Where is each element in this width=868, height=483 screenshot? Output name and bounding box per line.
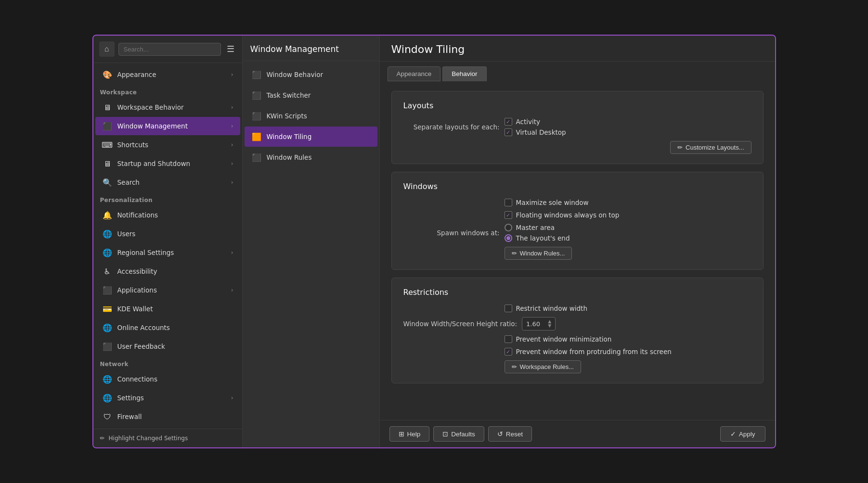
window-rules-icon: ⬛ xyxy=(251,152,262,163)
customize-layouts-row: ✏ Customize Layouts... xyxy=(403,141,751,154)
chevron-icon: › xyxy=(231,394,233,401)
chevron-icon: › xyxy=(231,141,233,148)
reset-label: Reset xyxy=(506,431,523,438)
sidebar: ⌂ ☰ 🎨 Appearance › Workspace 🖥 Workspace… xyxy=(93,36,243,447)
activity-option: ✓ Activity xyxy=(505,118,566,126)
help-icon: ⊞ xyxy=(399,430,404,438)
sidebar-item-label: Applications xyxy=(117,286,226,294)
sidebar-item-label: Firewall xyxy=(117,413,233,420)
sidebar-item-search[interactable]: 🔍 Search › xyxy=(95,173,240,191)
middle-items: ⬛ Window Behavior ⬛ Task Switcher ⬛ KWin… xyxy=(243,61,379,447)
maximize-sole-checkbox[interactable] xyxy=(505,199,512,206)
apply-button[interactable]: ✓ Apply xyxy=(720,426,765,442)
sidebar-item-shortcuts[interactable]: ⌨ Shortcuts › xyxy=(95,136,240,154)
middle-item-window-rules[interactable]: ⬛ Window Rules xyxy=(245,147,377,167)
sidebar-item-appearance[interactable]: 🎨 Appearance › xyxy=(95,65,240,84)
home-button[interactable]: ⌂ xyxy=(99,41,115,57)
ratio-spinbox[interactable]: 1.60 ▲ ▼ xyxy=(522,317,556,330)
menu-button[interactable]: ☰ xyxy=(225,42,236,56)
prevent-minimization-checkbox[interactable] xyxy=(505,335,512,343)
chevron-icon: › xyxy=(231,179,233,186)
workspace-behavior-icon: 🖥 xyxy=(102,102,113,113)
window-tiling-icon: 🟧 xyxy=(251,131,262,142)
chevron-icon: › xyxy=(231,160,233,167)
sidebar-item-notifications[interactable]: 🔔 Notifications xyxy=(95,206,240,224)
connections-icon: 🌐 xyxy=(102,374,113,384)
spinbox-arrows[interactable]: ▲ ▼ xyxy=(548,319,551,328)
main-header: Window Tiling xyxy=(380,36,775,62)
regional-icon: 🌐 xyxy=(102,247,113,258)
chevron-icon: › xyxy=(231,104,233,111)
highlight-changed-btn[interactable]: ✏ Highlight Changed Settings xyxy=(99,433,236,444)
middle-item-window-behavior[interactable]: ⬛ Window Behavior xyxy=(245,64,377,85)
tab-appearance[interactable]: Appearance xyxy=(388,66,441,81)
sidebar-item-label: Notifications xyxy=(117,211,233,219)
master-area-radio[interactable] xyxy=(505,224,512,231)
sidebar-item-startup-shutdown[interactable]: 🖥 Startup and Shutdown › xyxy=(95,154,240,173)
sidebar-item-settings[interactable]: 🌐 Settings › xyxy=(95,389,240,407)
middle-panel: Window Management ⬛ Window Behavior ⬛ Ta… xyxy=(243,36,380,447)
pencil-icon2: ✏ xyxy=(512,250,517,257)
middle-item-kwin-scripts[interactable]: ⬛ KWin Scripts xyxy=(245,106,377,126)
sidebar-item-connections[interactable]: 🌐 Connections xyxy=(95,370,240,388)
floating-windows-label: Floating windows always on top xyxy=(516,211,620,219)
defaults-button[interactable]: ⊡ Defaults xyxy=(433,426,484,442)
search-icon: 🔍 xyxy=(102,177,113,188)
activity-checkbox[interactable]: ✓ xyxy=(505,118,512,126)
middle-panel-title: Window Management xyxy=(243,36,379,61)
main-title: Window Tiling xyxy=(391,43,764,55)
tab-behavior[interactable]: Behavior xyxy=(442,66,486,81)
content-area: Layouts Separate layouts for each: ✓ Act… xyxy=(380,81,775,420)
sidebar-scroll: 🎨 Appearance › Workspace 🖥 Workspace Beh… xyxy=(93,63,242,429)
middle-item-label: KWin Scripts xyxy=(267,112,307,120)
window-rules-button[interactable]: ✏ Window Rules... xyxy=(505,247,572,260)
reset-button[interactable]: ↺ Reset xyxy=(488,426,532,442)
floating-windows-checkbox[interactable]: ✓ xyxy=(505,211,512,219)
restrictions-title: Restrictions xyxy=(403,288,751,297)
window-rules-row: ✏ Window Rules... xyxy=(403,247,751,260)
sidebar-item-online-accounts[interactable]: 🌐 Online Accounts xyxy=(95,318,240,337)
sidebar-item-accessibility[interactable]: ♿ Accessibility xyxy=(95,262,240,280)
sidebar-item-user-feedback[interactable]: ⬛ User Feedback xyxy=(95,337,240,356)
app-body: ⌂ ☰ 🎨 Appearance › Workspace 🖥 Workspace… xyxy=(93,36,775,447)
sidebar-item-label: Shortcuts xyxy=(117,141,226,149)
window-behavior-icon: ⬛ xyxy=(251,69,262,80)
sidebar-item-kde-wallet[interactable]: 💳 KDE Wallet xyxy=(95,300,240,318)
sidebar-item-regional-settings[interactable]: 🌐 Regional Settings › xyxy=(95,243,240,262)
sidebar-item-firewall[interactable]: 🛡 Firewall xyxy=(95,407,240,426)
help-button[interactable]: ⊞ Help xyxy=(389,426,430,442)
sidebar-item-label: Search xyxy=(117,178,226,186)
search-input[interactable] xyxy=(118,43,221,56)
windows-card: Windows Maximize sole window ✓ Floating … xyxy=(391,172,764,270)
prevent-protrude-checkbox[interactable]: ✓ xyxy=(505,348,512,356)
customize-layouts-button[interactable]: ✏ Customize Layouts... xyxy=(670,141,751,154)
sidebar-item-users[interactable]: 🌐 Users xyxy=(95,225,240,243)
middle-item-window-tiling[interactable]: 🟧 Window Tiling xyxy=(245,127,377,147)
defaults-icon: ⊡ xyxy=(442,430,448,438)
sidebar-item-applications[interactable]: ⬛ Applications › xyxy=(95,281,240,299)
workspace-section-header: Workspace xyxy=(93,84,242,98)
firewall-icon: 🛡 xyxy=(102,411,113,422)
window-management-icon: ⬛ xyxy=(102,121,113,131)
notifications-icon: 🔔 xyxy=(102,210,113,220)
middle-item-task-switcher[interactable]: ⬛ Task Switcher xyxy=(245,85,377,105)
pencil-icon: ✏ xyxy=(677,144,683,151)
sidebar-item-label: Workspace Behavior xyxy=(117,103,226,111)
restrict-width-control: Restrict window width xyxy=(505,305,587,312)
restrict-width-checkbox[interactable] xyxy=(505,305,512,312)
personalization-section-header: Personalization xyxy=(93,192,242,205)
sidebar-item-label: Startup and Shutdown xyxy=(117,160,226,167)
sidebar-item-workspace-behavior[interactable]: 🖥 Workspace Behavior › xyxy=(95,98,240,116)
layouts-end-radio[interactable] xyxy=(505,234,512,242)
virtual-desktop-checkbox[interactable]: ✓ xyxy=(505,128,512,136)
sidebar-item-window-management[interactable]: ⬛ Window Management › xyxy=(95,117,240,135)
restrictions-card: Restrictions Restrict window width Windo… xyxy=(391,278,764,383)
workspace-rules-button[interactable]: ✏ Workspace Rules... xyxy=(505,360,581,373)
floating-windows-row: ✓ Floating windows always on top xyxy=(403,211,751,219)
defaults-label: Defaults xyxy=(451,431,475,438)
task-switcher-icon: ⬛ xyxy=(251,90,262,101)
wallet-icon: 💳 xyxy=(102,304,113,314)
appearance-icon: 🎨 xyxy=(102,69,113,80)
apply-label: Apply xyxy=(739,431,755,438)
sidebar-item-label: Connections xyxy=(117,375,233,383)
